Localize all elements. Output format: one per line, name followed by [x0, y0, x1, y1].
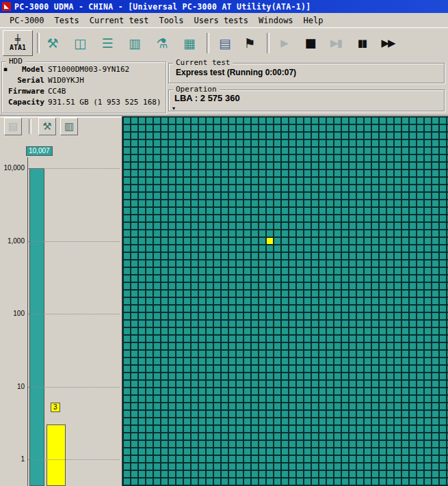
bar-label-good-blocks: 10,007 — [26, 146, 53, 156]
operation-dropdown-icon[interactable]: ▾ — [172, 105, 175, 111]
app-icon — [2, 2, 11, 11]
stop-button[interactable]: ■ — [298, 32, 321, 54]
y-axis-line — [27, 157, 28, 486]
y-gridline — [28, 387, 120, 388]
storage-test-button[interactable]: ◫ — [68, 32, 92, 54]
play-icon: ▶ — [280, 37, 287, 49]
script-list-button[interactable]: ☰ — [96, 32, 119, 54]
hdd-capacity-value: 931.51 GB (1 953 525 168) — [48, 98, 161, 107]
bar-label-slow-blocks: 3 — [51, 403, 60, 412]
chart-diagram-button[interactable]: ▥ — [60, 118, 78, 135]
workbench-test-button[interactable]: ⚒ — [41, 32, 64, 54]
menu-current-test[interactable]: Current test — [90, 16, 149, 25]
histogram-view-button[interactable]: ▥ — [123, 32, 146, 54]
chart-tools-button[interactable]: ⚒ — [38, 118, 56, 135]
bar-good-blocks — [29, 168, 44, 486]
hdd-firmware-label: Firmware — [2, 87, 44, 96]
y-axis-tick-label: 1,000 — [0, 237, 25, 245]
hdd-model-label: Model — [2, 65, 44, 74]
stop-icon: ■ — [304, 36, 315, 50]
report-icon: ▤ — [8, 120, 18, 133]
model-bullet-icon: ▪ — [3, 66, 8, 72]
tools-hammer-icon: ⚒ — [42, 120, 51, 133]
hdd-capacity-row: Capacity931.51 GB (1 953 525 168) — [2, 98, 166, 108]
current-test-groupbox: Current test Express test (Running 0:00:… — [168, 63, 445, 83]
y-axis-tick-label: 10,000 — [0, 164, 25, 172]
surface-map — [122, 116, 448, 486]
hdd-groupbox: HDD ▪ ModelST1000DM003-9YN162 SerialW1D0… — [1, 62, 166, 113]
hdd-firmware-value: CC4B — [48, 87, 66, 96]
menu-tests[interactable]: Tests — [55, 16, 79, 25]
play-button[interactable]: ▶ — [272, 32, 295, 54]
flask-test-button[interactable]: ⚗ — [150, 32, 174, 54]
pause-icon: ▮▮ — [358, 37, 367, 49]
window-title: PC-3000 UDMA - CHINA - [Universal PC-300… — [14, 2, 311, 12]
chart-report-button[interactable]: ▤ — [4, 118, 22, 135]
menu-pc3000[interactable]: PC-3000 — [10, 16, 44, 25]
y-axis-tick-label: 10 — [0, 383, 25, 390]
y-gridline — [28, 459, 120, 460]
operation-lba-value: LBA : 2 575 360 — [174, 93, 240, 103]
surface-map-highlight — [267, 238, 273, 244]
run-task-button[interactable]: ⚑ — [238, 32, 261, 54]
database-button[interactable]: ▦ — [178, 32, 201, 54]
hdd-capacity-label: Capacity — [2, 98, 44, 107]
y-axis-tick-label: 100 — [0, 310, 25, 317]
title-bar: PC-3000 UDMA - CHINA - [Universal PC-300… — [0, 0, 448, 13]
operation-groupbox: Operation LBA : 2 575 360 ▾ — [168, 90, 445, 111]
histogram-icon: ▥ — [129, 36, 141, 51]
storage-icon: ◫ — [74, 36, 86, 51]
run-task-icon: ⚑ — [243, 36, 255, 51]
menu-windows[interactable]: Windows — [259, 16, 293, 25]
ata1-port-button[interactable]: ╪ ATA1 — [3, 30, 33, 56]
pause-button[interactable]: ▮▮ — [350, 32, 373, 54]
hdd-serial-value: W1D0YKJH — [48, 76, 84, 85]
flask-icon: ⚗ — [156, 36, 168, 51]
app-window: PC-3000 UDMA - CHINA - [Universal PC-300… — [0, 0, 448, 486]
y-gridline — [28, 314, 120, 314]
skip-to-end-button[interactable]: ▶▮ — [324, 32, 347, 54]
hdd-serial-row: SerialW1D0YKJH — [2, 76, 166, 86]
y-gridline — [28, 241, 120, 242]
database-icon: ▦ — [183, 36, 196, 51]
y-gridline — [28, 168, 120, 169]
copy-report-button[interactable]: ▤ — [213, 32, 237, 54]
fast-forward-button[interactable]: ▶▶ — [376, 32, 399, 54]
chart-toolbar-separator — [29, 119, 31, 134]
hdd-model-row: ▪ ModelST1000DM003-9YN162 — [2, 65, 166, 75]
toolbar-separator — [267, 33, 269, 53]
hdd-serial-label: Serial — [2, 76, 44, 85]
toolbar-separator — [207, 33, 209, 53]
hdd-model-value: ST1000DM003-9YN162 — [48, 65, 129, 74]
menu-tools[interactable]: Tools — [159, 16, 183, 25]
y-axis-tick-label: 1 — [0, 455, 25, 463]
menu-bar: PC-3000 Tests Current test Tools Users t… — [0, 13, 448, 27]
chart-pane: ▤ ⚒ ▥ 10,007 3 10,0001,000100101 — [0, 116, 122, 486]
toolbar-separator — [37, 33, 40, 53]
ata1-label: ATA1 — [10, 44, 26, 51]
hdd-firmware-row: FirmwareCC4B — [2, 87, 166, 97]
workbench-icon: ⚒ — [47, 36, 58, 51]
fast-forward-icon: ▶▶ — [381, 37, 394, 49]
menu-help[interactable]: Help — [304, 16, 324, 25]
copy-report-icon: ▤ — [219, 36, 231, 51]
skip-to-end-icon: ▶▮ — [330, 37, 341, 49]
diagram-icon: ▥ — [64, 120, 74, 133]
ata-connector-icon: ╪ — [15, 36, 21, 44]
main-toolbar: ╪ ATA1 ⚒ ◫ ☰ ▥ ⚗ ▦ ▤ ⚑ ▶ ■ ▶▮ ▮▮ ▶▶ — [0, 27, 448, 58]
current-test-group-label: Current test — [173, 58, 233, 67]
menu-users-tests[interactable]: Users tests — [194, 16, 248, 25]
current-test-status: Express test (Running 0:00:07) — [176, 68, 296, 77]
bar-slow-blocks — [47, 424, 66, 486]
script-list-icon: ☰ — [101, 36, 113, 51]
